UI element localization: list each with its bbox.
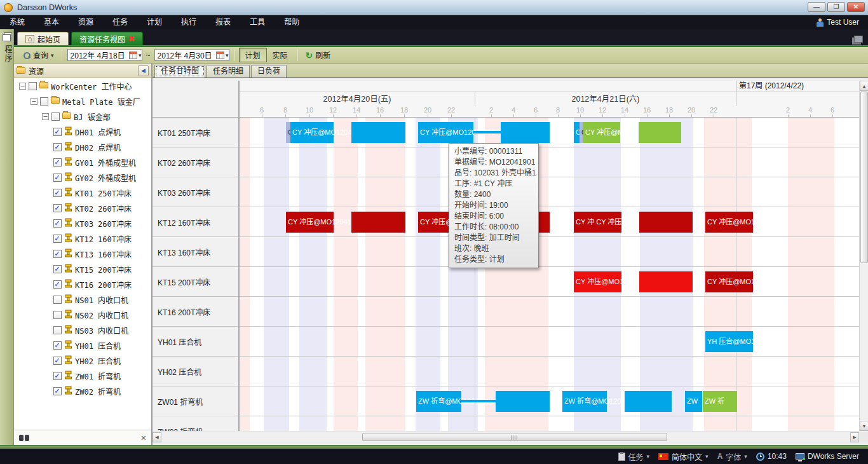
tree-node-2[interactable]: –BJ 钣金部: [14, 109, 151, 124]
scroll-down-icon[interactable]: ▼: [860, 421, 868, 431]
caret-down-icon[interactable]: ▾: [705, 453, 709, 460]
task-bar[interactable]: [639, 122, 681, 143]
tree-checkbox[interactable]: [53, 158, 62, 167]
horizontal-scroll-thumb[interactable]: [362, 433, 667, 441]
tab-home[interactable]: ⌂ 起始页: [17, 32, 69, 45]
query-caret-icon[interactable]: ▾: [51, 52, 54, 58]
task-bar[interactable]: YH 压合@MO1: [705, 331, 753, 352]
gantt-tab-1[interactable]: 任务明细: [207, 65, 250, 78]
menu-item-4[interactable]: 计划: [137, 15, 172, 29]
menu-item-0[interactable]: 系统: [0, 15, 34, 29]
menu-item-6[interactable]: 报表: [206, 15, 240, 29]
date-to-field[interactable]: 2012年 4月30日 ▾: [154, 49, 229, 61]
tree-node-18[interactable]: YH02 压合机: [14, 353, 151, 368]
task-bar[interactable]: ZW 折弯@MO12041901: [416, 391, 461, 412]
vertical-scroll-thumb[interactable]: [860, 92, 868, 263]
task-bar[interactable]: CY 冲压@MO12041903: [574, 271, 621, 292]
tree-node-14[interactable]: NS01 内收口机: [14, 292, 151, 307]
tree-checkbox[interactable]: [53, 387, 62, 395]
query-button[interactable]: 查询 ▾: [19, 48, 58, 62]
plan-toggle-button[interactable]: 计划: [239, 48, 267, 62]
tree-node-17[interactable]: YH01 压合机: [14, 338, 151, 353]
tree-checkbox[interactable]: [53, 265, 62, 273]
task-bar[interactable]: [473, 131, 501, 133]
tree-node-8[interactable]: KT02 260T冲床: [14, 200, 151, 215]
tree-node-11[interactable]: KT13 160T冲床: [14, 246, 151, 261]
task-bar[interactable]: ZW: [685, 391, 702, 412]
tree-checkbox[interactable]: [53, 280, 62, 289]
menu-item-3[interactable]: 任务: [103, 15, 137, 29]
tree-checkbox[interactable]: [53, 341, 62, 350]
task-bar[interactable]: C: [574, 122, 580, 143]
tree-expander-icon[interactable]: –: [31, 98, 37, 105]
window-list-icon[interactable]: [854, 36, 863, 43]
side-strip-label[interactable]: 程序: [0, 45, 13, 63]
gantt-tab-2[interactable]: 日负荷: [251, 65, 287, 78]
status-item-1[interactable]: 简体中文▾: [658, 451, 709, 462]
task-bar[interactable]: [351, 212, 405, 233]
tree-checkbox[interactable]: [53, 357, 62, 365]
task-bar[interactable]: [351, 122, 405, 143]
task-bar[interactable]: [461, 400, 496, 402]
footer-close-icon[interactable]: ×: [141, 433, 146, 442]
actual-toggle-button[interactable]: 实际: [267, 48, 294, 62]
menu-item-8[interactable]: 帮助: [275, 15, 309, 29]
tree-node-0[interactable]: –WorkCenter 工作中心: [14, 78, 151, 93]
tree-checkbox[interactable]: [53, 326, 62, 334]
close-button[interactable]: ✕: [847, 2, 865, 12]
restore-button[interactable]: ❐: [827, 2, 845, 12]
tree-node-20[interactable]: ZW02 折弯机: [14, 383, 151, 399]
tree-node-7[interactable]: KT01 250T冲床: [14, 185, 151, 200]
status-item-2[interactable]: A字体▾: [717, 451, 747, 462]
task-bar[interactable]: [501, 122, 550, 143]
scroll-up-icon[interactable]: ▲: [860, 81, 868, 91]
tree-node-6[interactable]: GY02 外桶成型机: [14, 170, 151, 185]
menu-item-2[interactable]: 资源: [69, 15, 103, 29]
tree-node-12[interactable]: KT15 200T冲床: [14, 261, 151, 276]
caret-down-icon[interactable]: ▾: [744, 453, 747, 460]
minimize-button[interactable]: —: [808, 2, 825, 12]
task-bar[interactable]: CY 冲压@MO12041902: [583, 122, 620, 143]
tree-checkbox[interactable]: [53, 311, 62, 319]
tree-node-3[interactable]: DH01 点焊机: [14, 124, 151, 139]
tree-checkbox[interactable]: [53, 174, 62, 182]
tab-resource-task-view[interactable]: 资源任务视图 ✖: [71, 32, 143, 45]
tree-node-1[interactable]: –Metal Plate 钣金厂: [14, 93, 151, 109]
date-to-caret-icon[interactable]: ▾: [226, 52, 229, 58]
date-from-caret-icon[interactable]: ▾: [139, 52, 142, 58]
tree-node-10[interactable]: KT12 160T冲床: [14, 231, 151, 246]
tree-checkbox[interactable]: [53, 189, 62, 197]
tree-checkbox[interactable]: [51, 113, 60, 121]
find-icon[interactable]: [19, 435, 29, 441]
task-bar[interactable]: C: [286, 122, 290, 143]
tree-checkbox[interactable]: [53, 219, 62, 228]
tree-checkbox[interactable]: [53, 372, 62, 380]
vertical-scrollbar[interactable]: ▲ ▼: [859, 81, 868, 431]
panels-icon[interactable]: [3, 32, 11, 40]
task-bar[interactable]: ZW 折: [703, 391, 737, 412]
tree-checkbox[interactable]: [53, 250, 62, 258]
user-area[interactable]: Test User: [817, 15, 859, 29]
task-bar[interactable]: CY 冲 CY 冲压@MO12041904: [574, 212, 621, 233]
menu-item-5[interactable]: 执行: [172, 15, 206, 29]
refresh-button[interactable]: ↻ 刷新: [302, 48, 335, 62]
tree-node-13[interactable]: KT16 200T冲床: [14, 276, 151, 292]
tree-checkbox[interactable]: [53, 204, 62, 212]
gantt-tab-0[interactable]: 任务甘特图: [154, 65, 205, 78]
scroll-right-icon[interactable]: ▶: [850, 432, 859, 442]
task-bar[interactable]: [496, 391, 550, 412]
task-bar[interactable]: CY 冲压@MO1: [705, 212, 753, 233]
caret-down-icon[interactable]: ▾: [647, 453, 650, 460]
tree-node-15[interactable]: NS02 内收口机: [14, 307, 151, 322]
tree-checkbox[interactable]: [53, 128, 62, 136]
tree-checkbox[interactable]: [53, 296, 62, 304]
tree-node-5[interactable]: GY01 外桶成型机: [14, 154, 151, 170]
task-bar[interactable]: ZW 折弯@MO12041901: [562, 391, 607, 412]
menu-item-1[interactable]: 基本: [34, 15, 69, 29]
tree-node-16[interactable]: NS03 内收口机: [14, 322, 151, 338]
tree-node-9[interactable]: KT03 260T冲床: [14, 215, 151, 231]
tree-checkbox[interactable]: [53, 143, 62, 151]
task-bar[interactable]: [625, 391, 672, 412]
tree-node-4[interactable]: DH02 点焊机: [14, 139, 151, 154]
task-bar[interactable]: [639, 212, 693, 233]
